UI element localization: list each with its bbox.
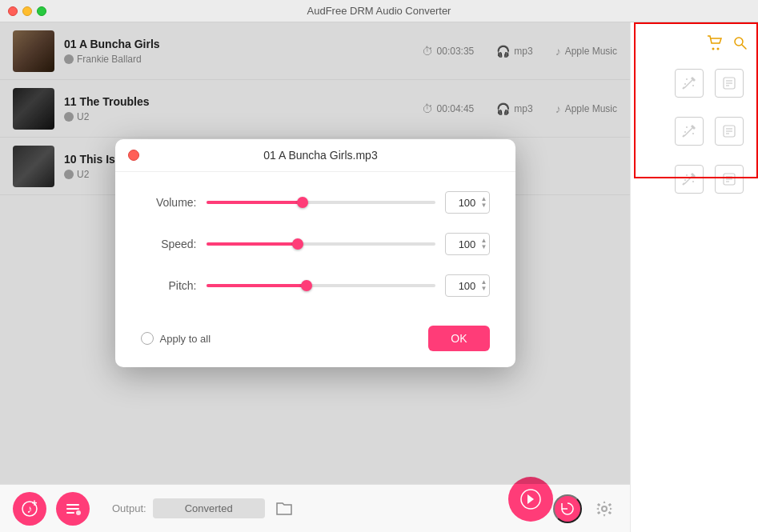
playlist-button[interactable]	[56, 492, 90, 526]
volume-thumb[interactable]	[297, 197, 308, 208]
traffic-lights	[8, 6, 46, 16]
track-2-edit-row	[631, 107, 758, 155]
pitch-thumb[interactable]	[301, 280, 312, 291]
speed-down[interactable]: ▼	[481, 244, 487, 250]
pitch-track	[207, 284, 435, 287]
dialog-body: Volume: 100 ▲ ▼	[115, 172, 515, 316]
output-field: Converted	[153, 498, 265, 518]
close-button[interactable]	[8, 6, 18, 16]
svg-text:+: +	[31, 500, 37, 509]
pitch-down[interactable]: ▼	[481, 286, 487, 292]
apply-all-section: Apply to all	[141, 332, 211, 345]
volume-track	[207, 201, 435, 204]
volume-label: Volume:	[141, 196, 197, 209]
svg-point-9	[717, 48, 720, 50]
track-3-wand-button[interactable]	[675, 165, 704, 194]
volume-row: Volume: 100 ▲ ▼	[141, 191, 490, 214]
speed-row: Speed: 100 ▲ ▼	[141, 233, 490, 255]
track-1-edit-row	[631, 59, 758, 107]
apply-all-label: Apply to all	[160, 333, 211, 345]
app-title: AudFree DRM Audio Converter	[307, 5, 451, 17]
volume-value[interactable]: 100 ▲ ▼	[445, 191, 490, 214]
pitch-fill	[207, 284, 307, 287]
speed-label: Speed:	[141, 238, 197, 250]
history-button[interactable]	[553, 494, 582, 523]
effects-dialog: 01 A Buncha Girls.mp3 Volume:	[115, 139, 515, 367]
track-3-edit-row	[631, 155, 758, 203]
right-panel-top	[631, 30, 758, 56]
dialog-footer: Apply to all OK	[115, 316, 515, 367]
track-2-wand-button[interactable]	[675, 117, 704, 146]
add-music-button[interactable]: ♪ +	[13, 492, 46, 526]
svg-line-34	[683, 183, 684, 185]
right-panel	[630, 22, 758, 532]
svg-point-36	[692, 181, 694, 182]
output-section: Output: Converted	[112, 496, 297, 522]
track-1-wand-button[interactable]	[675, 69, 704, 98]
minimize-button[interactable]	[22, 6, 32, 16]
cart-icon[interactable]	[705, 34, 724, 53]
settings-button[interactable]	[592, 496, 617, 522]
maximize-button[interactable]	[37, 6, 46, 16]
speed-slider[interactable]	[207, 242, 435, 246]
volume-down[interactable]: ▼	[481, 202, 487, 209]
svg-point-6	[76, 510, 81, 515]
bottom-right-icons	[553, 494, 617, 523]
bottom-bar: ♪ + Output: Converted	[0, 484, 630, 532]
pitch-value[interactable]: 100 ▲ ▼	[445, 274, 490, 297]
svg-point-15	[686, 78, 688, 80]
pitch-slider[interactable]	[207, 284, 435, 287]
pitch-spinner[interactable]: ▲ ▼	[481, 279, 487, 292]
content-area: 01 A Buncha Girls Frankie Ballard ⏱ 00:0…	[0, 22, 630, 532]
svg-rect-5	[66, 512, 74, 514]
speed-spinner[interactable]: ▲ ▼	[481, 238, 487, 250]
main-container: 01 A Buncha Girls Frankie Ballard ⏱ 00:0…	[0, 22, 758, 532]
svg-line-11	[742, 45, 746, 49]
search-icon[interactable]	[731, 34, 750, 53]
svg-point-25	[686, 126, 688, 128]
volume-spinner[interactable]: ▲ ▼	[481, 196, 487, 209]
svg-point-37	[684, 179, 686, 181]
svg-point-16	[692, 85, 694, 86]
svg-point-26	[692, 133, 694, 134]
volume-fill	[207, 201, 303, 204]
svg-point-35	[686, 174, 688, 176]
ok-button[interactable]: OK	[428, 326, 489, 351]
svg-rect-4	[66, 508, 79, 510]
svg-line-14	[683, 87, 684, 89]
svg-point-27	[684, 131, 686, 133]
title-bar: AudFree DRM Audio Converter	[0, 0, 758, 22]
speed-value[interactable]: 100 ▲ ▼	[445, 233, 490, 255]
svg-point-8	[712, 48, 715, 50]
dialog-overlay: 01 A Buncha Girls.mp3 Volume:	[0, 22, 630, 484]
volume-slider[interactable]	[207, 201, 435, 204]
folder-button[interactable]	[271, 496, 297, 522]
track-3-edit-button[interactable]	[715, 165, 744, 194]
pitch-row: Pitch: 100 ▲ ▼	[141, 274, 490, 297]
pitch-label: Pitch:	[141, 279, 197, 292]
track-2-edit-button[interactable]	[715, 117, 744, 146]
output-label: Output:	[112, 502, 146, 514]
dialog-title-bar: 01 A Buncha Girls.mp3	[115, 139, 515, 172]
speed-fill	[207, 242, 298, 246]
speed-track	[207, 242, 435, 246]
track-1-edit-button[interactable]	[715, 69, 744, 98]
dialog-close-button[interactable]	[128, 150, 139, 161]
apply-all-checkbox[interactable]	[141, 332, 154, 345]
speed-thumb[interactable]	[292, 238, 303, 250]
svg-line-24	[683, 135, 684, 137]
svg-rect-3	[66, 504, 79, 506]
dialog-title: 01 A Buncha Girls.mp3	[139, 149, 503, 162]
svg-point-17	[684, 83, 686, 85]
